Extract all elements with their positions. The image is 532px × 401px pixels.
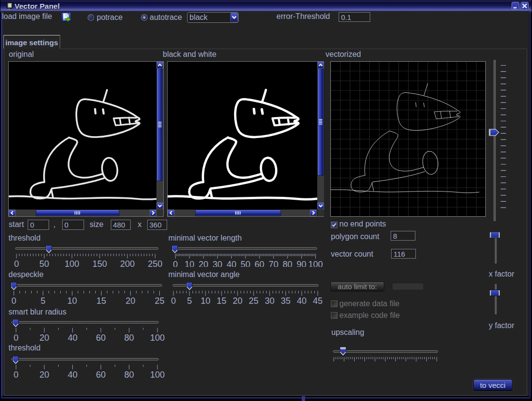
- svg-text:60: 60: [255, 260, 264, 267]
- svg-text:0: 0: [11, 296, 16, 304]
- svg-text:0: 0: [171, 296, 176, 304]
- svg-text:15: 15: [96, 296, 106, 304]
- svg-text:0: 0: [173, 260, 178, 267]
- svg-text:30: 30: [265, 296, 275, 304]
- svg-text:20: 20: [39, 370, 49, 378]
- svg-text:5: 5: [187, 296, 192, 304]
- svg-text:90: 90: [297, 260, 307, 267]
- svg-text:40: 40: [68, 370, 77, 378]
- svg-text:250: 250: [148, 259, 162, 267]
- svg-text:45: 45: [313, 296, 323, 304]
- svg-text:10: 10: [67, 296, 77, 304]
- svg-text:10: 10: [201, 296, 210, 304]
- svg-text:0: 0: [14, 370, 18, 378]
- svg-text:20: 20: [39, 333, 49, 341]
- svg-text:200: 200: [120, 259, 135, 267]
- svg-text:35: 35: [281, 296, 291, 304]
- svg-text:0: 0: [14, 333, 18, 341]
- svg-text:100: 100: [150, 370, 165, 378]
- svg-text:100: 100: [308, 260, 323, 267]
- svg-text:80: 80: [124, 333, 134, 341]
- svg-text:80: 80: [124, 370, 134, 378]
- svg-text:20: 20: [233, 296, 242, 304]
- svg-text:15: 15: [217, 296, 226, 304]
- svg-text:70: 70: [269, 260, 278, 267]
- svg-text:20: 20: [125, 296, 135, 304]
- svg-text:50: 50: [240, 260, 250, 267]
- svg-text:0: 0: [14, 259, 19, 267]
- svg-text:10: 10: [185, 260, 194, 267]
- svg-text:40: 40: [68, 333, 77, 341]
- svg-text:100: 100: [65, 259, 79, 267]
- svg-text:100: 100: [150, 333, 165, 341]
- svg-text:5: 5: [40, 296, 45, 304]
- svg-text:60: 60: [96, 333, 106, 341]
- svg-text:20: 20: [199, 260, 208, 267]
- svg-text:50: 50: [39, 259, 49, 267]
- svg-text:150: 150: [92, 259, 107, 267]
- svg-text:40: 40: [297, 296, 307, 304]
- svg-text:25: 25: [249, 296, 258, 304]
- svg-text:30: 30: [213, 260, 223, 267]
- svg-text:80: 80: [283, 260, 292, 267]
- svg-text:40: 40: [226, 260, 236, 267]
- svg-text:25: 25: [154, 296, 164, 304]
- svg-text:60: 60: [96, 370, 106, 378]
